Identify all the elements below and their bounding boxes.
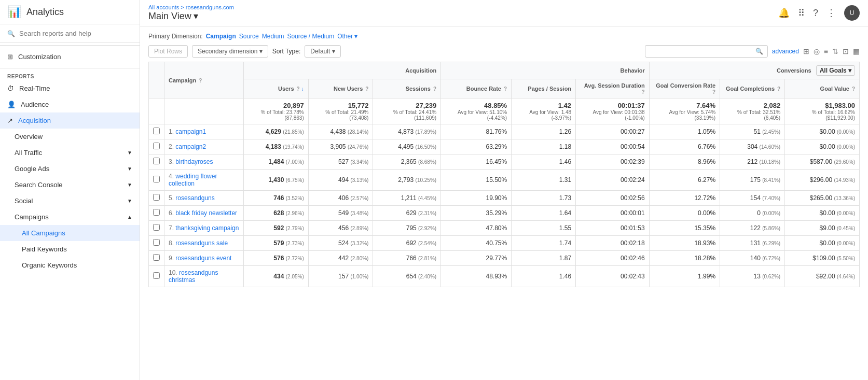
- dim-campaign[interactable]: Campaign: [206, 33, 236, 40]
- table-row: 3. birthdayroses 1,484 (7.00%) 527 (3.34…: [149, 154, 860, 170]
- campaign-link[interactable]: rosesandguns sale: [175, 240, 228, 247]
- dim-source[interactable]: Source: [239, 33, 259, 40]
- campaign-link[interactable]: rosesandguns event: [175, 255, 231, 262]
- campaign-link[interactable]: rosesandguns: [175, 194, 214, 202]
- advanced-link[interactable]: advanced: [772, 48, 799, 55]
- sidebar-item-search-console[interactable]: Search Console ▼: [0, 177, 140, 193]
- dim-other[interactable]: Other ▾: [337, 33, 357, 40]
- goal-conv-rate-header[interactable]: Goal Conversion Rate ?: [649, 79, 720, 98]
- sidebar-item-label: Audience: [21, 101, 49, 108]
- row-pages-session: 1.46: [512, 154, 576, 170]
- row-checkbox[interactable]: [149, 191, 164, 206]
- row-sessions: 795 (2.92%): [373, 221, 441, 236]
- row-checkbox[interactable]: [149, 251, 164, 266]
- help-icon[interactable]: ?: [642, 89, 645, 95]
- pages-session-header[interactable]: Pages / Session: [512, 79, 576, 98]
- sessions-header[interactable]: Sessions ?: [373, 79, 441, 98]
- comparison-icon[interactable]: ⇅: [832, 47, 838, 55]
- row-checkbox[interactable]: [149, 236, 164, 251]
- breadcrumb-domain[interactable]: rosesandguns.com: [186, 4, 234, 10]
- help-icon[interactable]: ?: [199, 78, 202, 83]
- row-users: 1,484 (7.00%): [244, 154, 309, 170]
- campaign-link[interactable]: black friday newsletter: [175, 209, 237, 217]
- sidebar-item-social[interactable]: Social ▼: [0, 193, 140, 209]
- row-checkbox[interactable]: [149, 154, 164, 170]
- row-checkbox[interactable]: [149, 139, 164, 154]
- row-checkbox[interactable]: [149, 221, 164, 236]
- campaign-link[interactable]: campaign2: [175, 143, 206, 150]
- sidebar-item-overview[interactable]: Overview: [0, 129, 140, 145]
- goal-completions-header[interactable]: Goal Completions ?: [720, 79, 785, 98]
- campaign-link[interactable]: wedding flower collection: [169, 173, 217, 187]
- totals-row: 20,897 % of Total: 23.78% (87,863) 15,77…: [149, 98, 860, 124]
- users-header[interactable]: Users ? ↓: [244, 79, 309, 98]
- bar-view-icon[interactable]: ≡: [824, 47, 828, 55]
- row-pages-session: 1.46: [512, 266, 576, 287]
- apps-icon[interactable]: ⠿: [798, 7, 805, 19]
- row-checkbox[interactable]: [149, 124, 164, 139]
- pivot-icon[interactable]: ⊡: [843, 47, 849, 55]
- row-bounce-rate: 35.29%: [441, 206, 512, 221]
- help-icon[interactable]: ?: [433, 86, 436, 92]
- row-campaign: 8. rosesandguns sale: [164, 236, 244, 251]
- help-icon[interactable]: ?: [712, 89, 715, 95]
- new-users-header[interactable]: New Users ?: [308, 79, 373, 98]
- row-goal-conv-rate: 6.27%: [649, 170, 720, 191]
- campaign-link[interactable]: campaign1: [175, 128, 206, 135]
- sidebar-item-all-traffic[interactable]: All Traffic ▼: [0, 145, 140, 161]
- search-bar[interactable]: 🔍: [0, 24, 140, 43]
- row-checkbox[interactable]: [149, 170, 164, 191]
- notification-icon[interactable]: 🔔: [778, 7, 790, 19]
- sidebar-item-google-ads[interactable]: Google Ads ▼: [0, 161, 140, 177]
- totals-avg-session: 00:01:37 Avg for View: 00:01:38 (-1.00%): [576, 98, 650, 124]
- avg-session-header[interactable]: Avg. Session Duration ?: [576, 79, 650, 98]
- chevron-down-icon: ▼: [127, 182, 132, 188]
- sidebar-item-organic-keywords[interactable]: Organic Keywords: [0, 257, 140, 273]
- plot-rows-button[interactable]: Plot Rows: [148, 45, 188, 58]
- row-goal-conv-rate: 1.05%: [649, 124, 720, 139]
- sidebar-item-realtime[interactable]: ⏱ Real-Time: [0, 80, 140, 96]
- row-new-users: 524 (3.32%): [308, 236, 373, 251]
- help-icon[interactable]: ?: [297, 86, 300, 92]
- row-goal-conv-rate: 0.00%: [649, 206, 720, 221]
- table-search-input[interactable]: [650, 48, 753, 55]
- all-goals-dropdown[interactable]: All Goals ▾: [816, 65, 855, 76]
- dim-medium[interactable]: Medium: [262, 33, 284, 40]
- secondary-dimension-button[interactable]: Secondary dimension ▾: [192, 45, 268, 58]
- row-avg-session: 00:00:54: [576, 139, 650, 154]
- sidebar-item-paid-keywords[interactable]: Paid Keywords: [0, 241, 140, 257]
- customization-icon: ⊞: [7, 53, 13, 61]
- row-checkbox[interactable]: [149, 266, 164, 287]
- sidebar-item-all-campaigns[interactable]: All Campaigns: [0, 225, 140, 241]
- more-icon[interactable]: ⋮: [826, 7, 836, 19]
- row-new-users: 549 (3.48%): [308, 206, 373, 221]
- sidebar-item-acquisition[interactable]: ↗ Acquisition: [0, 112, 140, 129]
- help-icon[interactable]: ?: [852, 86, 855, 92]
- help-icon[interactable]: ?: [777, 86, 780, 92]
- search-input[interactable]: [19, 30, 132, 37]
- sidebar-item-campaigns[interactable]: Campaigns ▲: [0, 209, 140, 225]
- goal-value-header[interactable]: Goal Value ?: [785, 79, 860, 98]
- grid-view-icon[interactable]: ⊞: [803, 47, 809, 55]
- sort-type-button[interactable]: Default ▾: [305, 45, 340, 58]
- help-icon[interactable]: ?: [813, 8, 818, 19]
- help-icon[interactable]: ?: [504, 86, 507, 92]
- campaign-link[interactable]: thanksgiving campaign: [175, 224, 239, 232]
- row-campaign: 9. rosesandguns event: [164, 251, 244, 266]
- search-icon[interactable]: 🔍: [755, 48, 763, 55]
- pie-view-icon[interactable]: ◎: [814, 47, 820, 55]
- avatar[interactable]: U: [844, 5, 860, 21]
- sidebar-item-audience[interactable]: 👤 Audience: [0, 96, 140, 112]
- sidebar-item-label: Campaigns: [15, 213, 49, 221]
- table-search-box[interactable]: 🔍: [645, 45, 768, 58]
- table-icon[interactable]: ▦: [853, 47, 860, 55]
- row-users: 628 (2.96%): [244, 206, 309, 221]
- row-goal-completions: 212 (10.18%): [720, 154, 785, 170]
- customization-item[interactable]: ⊞ Customization: [0, 48, 140, 66]
- campaign-link[interactable]: birthdayroses: [175, 158, 213, 165]
- chevron-down-icon[interactable]: ▾: [194, 10, 198, 22]
- dim-source-medium[interactable]: Source / Medium: [287, 33, 334, 40]
- help-icon[interactable]: ?: [365, 86, 368, 92]
- bounce-rate-header[interactable]: Bounce Rate ?: [441, 79, 512, 98]
- row-checkbox[interactable]: [149, 206, 164, 221]
